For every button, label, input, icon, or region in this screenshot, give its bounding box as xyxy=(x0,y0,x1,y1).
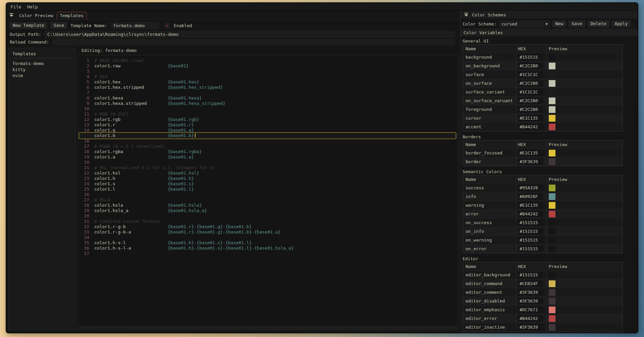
color-variables-header[interactable]: Color Variables xyxy=(461,29,638,36)
color-swatch[interactable] xyxy=(549,324,555,331)
line-number: 31 xyxy=(78,219,89,224)
hex-input[interactable]: #E1C135 xyxy=(518,115,543,121)
menu-item-help[interactable]: Help xyxy=(24,4,41,10)
hex-input[interactable]: #1C1C1C xyxy=(518,71,543,78)
color-swatch[interactable] xyxy=(549,54,555,61)
hex-input[interactable]: #1C1C1C xyxy=(518,89,543,95)
color-table-borders: NameHEXPreviewborder_focused#E1C135borde… xyxy=(463,140,623,166)
color-row-surface: surface#1C1C1C xyxy=(463,70,623,79)
preview-cell xyxy=(547,323,623,331)
color-swatch[interactable] xyxy=(549,280,555,287)
scheme-new-button[interactable]: New xyxy=(552,20,566,27)
enabled-checkbox[interactable]: ✓ xyxy=(164,22,170,29)
color-swatch[interactable] xyxy=(549,202,555,209)
code-line-text xyxy=(89,192,94,197)
save-template-button[interactable]: Save xyxy=(51,22,67,29)
color-row-editor-emphasis: editor_emphasis#DC7671 xyxy=(463,305,623,314)
preview-cell xyxy=(547,70,623,79)
hex-input[interactable]: #DC7671 xyxy=(518,307,543,313)
color-swatch[interactable] xyxy=(549,63,555,69)
reload-command-input[interactable] xyxy=(52,39,455,46)
color-scheme-select[interactable]: cursed ▼ xyxy=(499,20,550,27)
horizontal-scrollbar[interactable] xyxy=(78,326,458,330)
templates-window: Color PreviewTemplates New Template Save… xyxy=(6,11,461,333)
hex-input[interactable]: #C2C2B0 xyxy=(518,97,543,104)
hex-input[interactable]: #151515 xyxy=(518,237,543,243)
output-path-input[interactable]: C:\Users\user\AppData\Roaming\clrsync\fo… xyxy=(45,31,455,38)
template-name-input[interactable]: formats-demo xyxy=(111,22,159,29)
preview-cell xyxy=(547,149,623,157)
template-item-kitty[interactable]: kitty xyxy=(12,67,72,73)
color-swatch[interactable] xyxy=(549,289,555,296)
collapse-window-button[interactable] xyxy=(464,12,469,17)
hex-cell: #E1C135 xyxy=(517,114,547,122)
color-swatch[interactable] xyxy=(549,219,555,226)
color-swatch[interactable] xyxy=(549,272,555,278)
color-swatch[interactable] xyxy=(549,237,555,244)
color-swatch[interactable] xyxy=(549,193,555,200)
hex-input[interactable]: #151515 xyxy=(518,228,543,234)
hex-input[interactable]: #CEB34F xyxy=(518,280,543,287)
hex-input[interactable]: #C2C2B0 xyxy=(518,80,543,86)
color-swatch[interactable] xyxy=(549,307,555,313)
hex-input[interactable]: #C2C2B0 xyxy=(518,63,543,69)
code-key: color1.hexa.stripped xyxy=(94,101,168,106)
collapse-window-button[interactable] xyxy=(9,12,14,18)
hex-input[interactable]: #151515 xyxy=(518,246,543,252)
color-name: editor_disabled xyxy=(463,297,517,305)
code-line-15[interactable]: color1.b{base01.b} xyxy=(78,133,458,138)
hex-input[interactable]: #E1C135 xyxy=(518,150,543,156)
hex-input[interactable]: #3F3639 xyxy=(518,158,543,165)
color-swatch[interactable] xyxy=(549,185,555,191)
color-swatch[interactable] xyxy=(549,228,555,235)
color-swatch[interactable] xyxy=(549,246,555,252)
hex-input[interactable]: #B44242 xyxy=(518,315,543,322)
scheme-delete-button[interactable]: Delete xyxy=(588,20,609,27)
hex-input[interactable]: #E1C135 xyxy=(518,202,543,208)
color-swatch[interactable] xyxy=(549,106,555,113)
scheme-apply-button[interactable]: Apply xyxy=(612,20,631,27)
color-swatch[interactable] xyxy=(549,211,555,217)
color-swatch[interactable] xyxy=(549,150,555,156)
color-swatch[interactable] xyxy=(549,115,555,122)
hex-input[interactable]: #B44242 xyxy=(518,124,543,130)
color-swatch[interactable] xyxy=(549,97,555,104)
code-line-13: 13color1.r{base01.r} xyxy=(78,122,458,128)
scheme-save-button[interactable]: Save xyxy=(569,20,585,27)
code-line-text: color1.hex{base01.hex} xyxy=(89,79,199,85)
new-template-button[interactable]: New Template xyxy=(10,22,47,29)
hex-input[interactable]: #3F3639 xyxy=(518,298,543,304)
code-line-text xyxy=(89,213,94,219)
hex-input[interactable]: #C2C2B0 xyxy=(518,106,543,113)
tab-templates[interactable]: Templates xyxy=(57,12,87,19)
tab-color-preview[interactable]: Color Preview xyxy=(16,12,57,19)
color-swatch[interactable] xyxy=(549,71,555,78)
color-swatch[interactable] xyxy=(549,315,555,322)
hex-input[interactable]: #3F3639 xyxy=(518,289,543,295)
column-header-hex: HEX xyxy=(517,175,547,183)
code-key: color1.rgba xyxy=(94,149,168,154)
hex-input[interactable]: #95A328 xyxy=(518,185,543,191)
hex-input[interactable]: #151515 xyxy=(518,272,543,278)
hex-input[interactable]: #151515 xyxy=(518,54,543,60)
code-line-18: 18color1.rgba{base01.rgba} xyxy=(78,149,458,154)
line-number: 4 xyxy=(78,74,89,79)
color-swatch[interactable] xyxy=(549,80,555,87)
hex-cell: #B44242 xyxy=(517,314,547,323)
code-key: color1.h xyxy=(94,176,168,181)
hex-input[interactable]: #151515 xyxy=(518,219,543,226)
hex-input[interactable]: #B44242 xyxy=(518,211,543,217)
hex-input[interactable]: #3F3639 xyxy=(518,324,543,330)
menu-item-file[interactable]: File xyxy=(8,4,24,10)
template-item-nvim[interactable]: nvim xyxy=(12,73,72,79)
hex-input[interactable]: #60928F xyxy=(518,193,543,200)
preview-cell xyxy=(547,79,623,87)
color-swatch[interactable] xyxy=(549,124,555,130)
code-line-text: # RGBA (A = 0-1 normalized) xyxy=(89,144,165,149)
template-item-formats-demo[interactable]: formats-demo xyxy=(12,61,72,67)
code-editor[interactable]: 1# BASE COLORS (raw)2color1.raw{base01}3… xyxy=(78,55,458,330)
color-swatch[interactable] xyxy=(549,298,555,305)
color-swatch[interactable] xyxy=(549,333,555,333)
color-swatch[interactable] xyxy=(549,158,555,165)
color-swatch[interactable] xyxy=(549,89,555,95)
